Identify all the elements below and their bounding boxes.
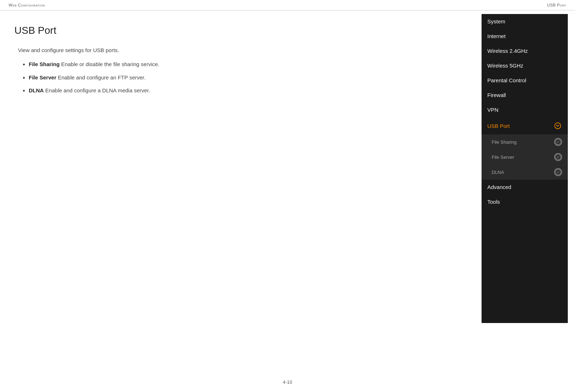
sidebar: System Internet Wireless 2.4GHz Wireless… <box>482 14 568 323</box>
sidebar-item-vpn[interactable]: VPN <box>482 102 568 117</box>
sidebar-item-firewall[interactable]: Firewall <box>482 88 568 102</box>
sidebar-label-advanced: Advanced <box>487 184 511 190</box>
usb-port-submenu: File Sharing File Server <box>482 134 568 180</box>
sidebar-label-wireless-5ghz: Wireless 5GHz <box>487 63 523 69</box>
sidebar-subitem-file-server[interactable]: File Server <box>482 149 568 165</box>
bullet-list: File Sharing Enable or disable the file … <box>29 60 464 95</box>
content-area: USB Port View and configure settings for… <box>0 10 482 388</box>
list-item: DLNA Enable and configure a DLNA media s… <box>29 87 464 95</box>
sidebar-item-usb-port[interactable]: USB Port <box>482 117 568 134</box>
sidebar-label-vpn: VPN <box>487 107 498 113</box>
list-item: File Server Enable and configure an FTP … <box>29 74 464 82</box>
file-server-icon <box>554 153 562 161</box>
sidebar-sublabel-dlna: DLNA <box>492 170 504 175</box>
desc-file-sharing: Enable or disable the file sharing servi… <box>61 61 160 67</box>
term-file-server: File Server <box>29 74 56 80</box>
sidebar-subitem-dlna[interactable]: DLNA <box>482 165 568 180</box>
file-sharing-icon <box>554 138 562 146</box>
sidebar-item-wireless-5ghz[interactable]: Wireless 5GHz <box>482 58 568 73</box>
sidebar-label-tools: Tools <box>487 199 500 205</box>
desc-file-server: Enable and configure an FTP server. <box>58 74 146 80</box>
page-footer: 4-10 <box>0 379 575 385</box>
sidebar-item-tools[interactable]: Tools <box>482 194 568 209</box>
list-item: File Sharing Enable or disable the file … <box>29 60 464 69</box>
sidebar-label-firewall: Firewall <box>487 92 506 98</box>
sidebar-sublabel-file-server: File Server <box>492 155 514 160</box>
term-file-sharing: File Sharing <box>29 61 60 67</box>
sidebar-item-internet[interactable]: Internet <box>482 29 568 43</box>
sidebar-item-wireless-24ghz[interactable]: Wireless 2.4GHz <box>482 43 568 58</box>
term-dlna: DLNA <box>29 87 44 93</box>
sidebar-item-advanced[interactable]: Advanced <box>482 180 568 194</box>
intro-text: View and configure settings for USB port… <box>18 47 464 53</box>
desc-dlna: Enable and configure a DLNA media server… <box>45 87 150 93</box>
page-header: Web Configuration USB Port <box>0 0 575 10</box>
sidebar-label-usb-port: USB Port <box>487 123 510 129</box>
svg-point-0 <box>555 123 561 129</box>
sidebar-label-parental-control: Parental Control <box>487 77 526 83</box>
sidebar-subitem-file-sharing[interactable]: File Sharing <box>482 134 568 149</box>
sidebar-label-internet: Internet <box>487 33 506 39</box>
page-title: USB Port <box>14 25 464 36</box>
sidebar-label-system: System <box>487 18 505 24</box>
header-left-label: Web Configuration <box>9 3 45 7</box>
sidebar-sublabel-file-sharing: File Sharing <box>492 139 516 145</box>
page-number: 4-10 <box>283 379 292 385</box>
sidebar-item-system[interactable]: System <box>482 14 568 29</box>
main-container: USB Port View and configure settings for… <box>0 10 575 388</box>
usb-port-expand-icon <box>553 121 562 130</box>
dlna-icon <box>554 168 562 176</box>
header-right-label: USB Port <box>547 3 566 7</box>
sidebar-item-parental-control[interactable]: Parental Control <box>482 73 568 88</box>
sidebar-label-wireless-24ghz: Wireless 2.4GHz <box>487 48 528 54</box>
